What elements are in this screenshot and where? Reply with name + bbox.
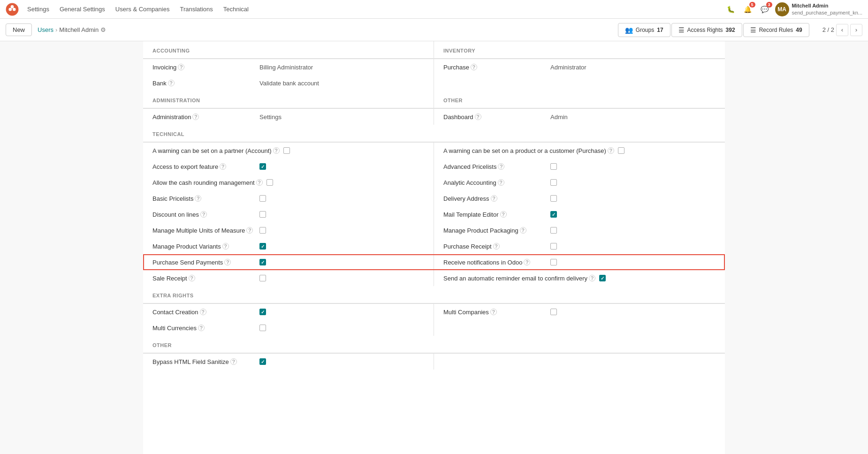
- extra-checkbox-r1[interactable]: [550, 309, 557, 315]
- extra-checkbox-1[interactable]: [259, 309, 266, 315]
- groups-button[interactable]: 👥 Groups 17: [618, 23, 670, 37]
- prev-button[interactable]: ‹: [836, 24, 848, 36]
- tech-checkbox-5[interactable]: [259, 227, 266, 234]
- main-content: ACCOUNTING INVENTORY Invoicing ? Billing…: [143, 41, 725, 454]
- tech-help-2[interactable]: ?: [256, 179, 263, 186]
- inventory-header: INVENTORY: [434, 41, 725, 58]
- extra-help-r1[interactable]: ?: [490, 309, 497, 315]
- tech-field-adv-pricelists: Advanced Pricelists ?: [434, 159, 725, 174]
- administration-help[interactable]: ?: [192, 114, 199, 120]
- nav-translations[interactable]: Translations: [175, 3, 217, 15]
- extra-field-contact-creation: Contact Creation ?: [143, 304, 434, 320]
- tech-help-r3[interactable]: ?: [491, 195, 497, 202]
- dashboard-label: Dashboard ?: [443, 114, 547, 121]
- bug-icon[interactable]: 🐛: [724, 3, 738, 16]
- tech-checkbox-r3[interactable]: [550, 195, 557, 202]
- extra-help-1[interactable]: ?: [200, 309, 206, 315]
- nav-technical[interactable]: Technical: [219, 3, 253, 15]
- tech-row-7: Purchase Send Payments ? Receive notific…: [143, 254, 725, 270]
- tech-help-4[interactable]: ?: [200, 211, 207, 218]
- tech-field-mail-template: Mail Template Editor ?: [434, 206, 725, 222]
- tech-help-8[interactable]: ?: [189, 275, 195, 281]
- other-help-1[interactable]: ?: [230, 358, 237, 365]
- extra-field-multi-companies: Multi Companies ?: [434, 304, 725, 320]
- avatar: MA: [775, 2, 789, 16]
- breadcrumb-parent[interactable]: Users: [38, 26, 53, 33]
- dashboard-help[interactable]: ?: [475, 114, 481, 120]
- tech-field-reminder-email: Send an automatic reminder email to conf…: [434, 270, 725, 286]
- record-rules-count: 49: [796, 27, 802, 33]
- tech-help-r2[interactable]: ?: [498, 179, 504, 186]
- gear-icon[interactable]: ⚙: [100, 26, 106, 33]
- tech-checkbox-r8[interactable]: [599, 275, 606, 281]
- tech-help-7[interactable]: ?: [224, 259, 231, 265]
- tech-checkbox-r2[interactable]: [550, 179, 557, 186]
- tech-field-sale-receipt: Sale Receipt ?: [143, 270, 434, 286]
- user-info[interactable]: MA Mitchell Admin send_purchase_payment_…: [775, 2, 862, 16]
- invoicing-help[interactable]: ?: [178, 64, 184, 70]
- nav-settings[interactable]: Settings: [23, 3, 54, 15]
- next-button[interactable]: ›: [850, 24, 862, 36]
- tech-checkbox-r0[interactable]: [618, 147, 624, 154]
- tech-help-r7[interactable]: ?: [524, 259, 530, 265]
- tech-help-r4[interactable]: ?: [500, 211, 507, 218]
- tech-field-warning-partner: A warning can be set on a partner (Accou…: [143, 143, 434, 159]
- nav-general-settings[interactable]: General Settings: [55, 3, 110, 15]
- nav-users-companies[interactable]: Users & Companies: [111, 3, 175, 15]
- tech-checkbox-1[interactable]: [259, 163, 266, 170]
- tech-checkbox-7[interactable]: [259, 259, 266, 265]
- tech-help-3[interactable]: ?: [195, 195, 201, 202]
- message-icon[interactable]: 💬 3: [758, 3, 771, 16]
- bank-field: Bank ? Validate bank account: [143, 75, 434, 91]
- tech-checkbox-8[interactable]: [259, 275, 266, 281]
- tech-help-1[interactable]: ?: [220, 163, 226, 170]
- extra-rights-row-1: Contact Creation ? Multi Companies ?: [143, 303, 725, 320]
- tech-checkbox-r6[interactable]: [550, 243, 557, 250]
- tech-field-purchase-send-payments: Purchase Send Payments ?: [143, 254, 434, 270]
- other-right-empty: [434, 354, 725, 370]
- tech-field-delivery: Delivery Address ?: [434, 190, 725, 206]
- administration-header: ADMINISTRATION: [143, 91, 434, 108]
- tech-checkbox-r5[interactable]: [550, 227, 557, 234]
- section-headers-accounting-inventory: ACCOUNTING INVENTORY: [143, 41, 725, 59]
- tech-help-r1[interactable]: ?: [498, 163, 504, 170]
- tech-help-r0[interactable]: ?: [608, 147, 614, 154]
- tech-checkbox-r4[interactable]: [550, 211, 557, 218]
- extra-checkbox-2[interactable]: [259, 325, 266, 331]
- odoo-logo[interactable]: [6, 3, 19, 16]
- tech-help-r6[interactable]: ?: [493, 243, 500, 250]
- access-rights-count: 392: [726, 27, 735, 33]
- tech-field-cash-rounding: Allow the cash rounding management ?: [143, 174, 434, 190]
- tech-help-0[interactable]: ?: [273, 147, 280, 154]
- tech-checkbox-0[interactable]: [283, 147, 290, 154]
- tech-checkbox-r7[interactable]: [550, 259, 557, 265]
- svg-point-2: [13, 8, 16, 11]
- tech-field-basic-pricelists: Basic Pricelists ?: [143, 190, 434, 206]
- tech-help-5[interactable]: ?: [246, 227, 253, 234]
- pagination-text: 2 / 2: [822, 26, 834, 33]
- action-buttons: 👥 Groups 17 ☰ Access Rights 392 ☰ Record…: [618, 23, 809, 37]
- access-rights-button[interactable]: ☰ Access Rights 392: [671, 23, 742, 37]
- tech-checkbox-4[interactable]: [259, 211, 266, 218]
- tech-checkbox-6[interactable]: [259, 243, 266, 250]
- bank-help[interactable]: ?: [168, 80, 175, 86]
- record-rules-icon: ☰: [750, 26, 756, 34]
- tech-checkbox-2[interactable]: [266, 179, 273, 186]
- tech-help-r5[interactable]: ?: [520, 227, 526, 234]
- tech-help-6[interactable]: ?: [222, 243, 229, 250]
- other-checkbox-1[interactable]: [259, 358, 266, 365]
- administration-value: Settings: [259, 114, 282, 121]
- new-button[interactable]: New: [6, 23, 32, 36]
- purchase-help[interactable]: ?: [471, 64, 477, 70]
- tech-checkbox-3[interactable]: [259, 195, 266, 202]
- extra-help-2[interactable]: ?: [198, 325, 205, 331]
- tech-help-r8[interactable]: ?: [589, 275, 595, 281]
- extra-rights-row-2: Multi Currencies ?: [143, 320, 725, 336]
- extra-right-empty: [434, 320, 725, 336]
- record-rules-button[interactable]: ☰ Record Rules 49: [743, 23, 809, 37]
- secondary-bar: New Users › Mitchell Admin ⚙ 👥 Groups 17…: [0, 19, 868, 41]
- bell-icon[interactable]: 🔔 5: [741, 3, 754, 16]
- tech-checkbox-r1[interactable]: [550, 163, 557, 170]
- groups-count: 17: [657, 27, 663, 33]
- admin-dashboard-row: Administration ? Settings Dashboard ? Ad…: [143, 108, 725, 125]
